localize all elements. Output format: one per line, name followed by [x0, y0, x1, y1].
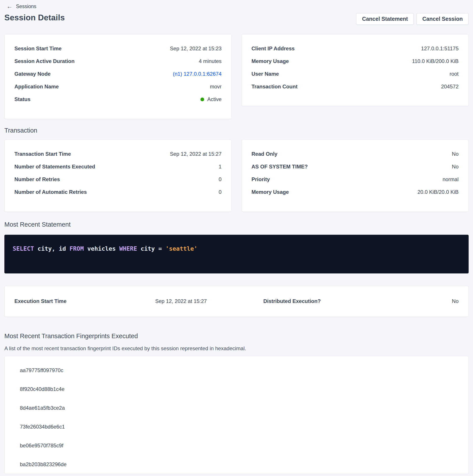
summary-row-retries: Number of Retries 0 [15, 173, 222, 186]
row-value: 0 [219, 189, 221, 195]
back-to-sessions-link[interactable]: ← Sessions [7, 3, 36, 10]
row-label: Memory Usage [252, 58, 289, 64]
execution-start-time-label: Execution Start Time [15, 298, 126, 304]
status-value: Active [207, 96, 221, 102]
row-value: 4 minutes [199, 58, 221, 64]
summary-row-status: Status Active [15, 93, 222, 106]
row-value: 20.0 KiB/20.0 KiB [418, 189, 458, 195]
row-label: Session Start Time [15, 46, 62, 52]
row-value: Sep 12, 2022 at 15:27 [170, 151, 221, 157]
transaction-section: Transaction Start Time Sep 12, 2022 at 1… [4, 139, 469, 212]
summary-row-memory-usage: Memory Usage 110.0 KiB/200.0 KiB [252, 55, 459, 68]
sql-statement-box: SELECT city, id FROM vehicles WHERE city… [4, 235, 469, 273]
status-active-dot-icon [200, 98, 204, 101]
fingerprints-description: A list of the most recent transaction fi… [4, 345, 469, 352]
sql-string-literal: 'seattle' [165, 245, 197, 252]
execution-summary-card: Execution Start Time Sep 12, 2022 at 15:… [4, 286, 469, 317]
cancel-statement-button[interactable]: Cancel Statement [356, 13, 414, 25]
summary-row-session-active-duration: Session Active Duration 4 minutes [15, 55, 222, 68]
sql-keyword: SELECT [13, 245, 34, 252]
session-summary-section: Session Start Time Sep 12, 2022 at 15:23… [4, 34, 469, 119]
breadcrumb-label: Sessions [16, 3, 36, 9]
row-label: Transaction Start Time [15, 151, 71, 157]
summary-row-as-of-system-time: AS OF SYSTEM TIME? No [252, 160, 459, 173]
row-value: 0 [219, 176, 221, 182]
transaction-section-heading: Transaction [4, 127, 469, 134]
summary-row-gateway-node: Gateway Node (n1) 127.0.0.1:62674 [15, 68, 222, 80]
fingerprint-item: 73fe26034bd6e6c1 [15, 417, 458, 436]
summary-row-txn-memory-usage: Memory Usage 20.0 KiB/20.0 KiB [252, 186, 459, 198]
header-actions: Cancel Statement Cancel Session [356, 13, 469, 25]
cancel-session-button[interactable]: Cancel Session [416, 13, 469, 25]
row-label: Status [15, 96, 30, 102]
sql-keyword: FROM [69, 245, 84, 252]
row-label: Number of Automatic Retries [15, 189, 87, 195]
most-recent-statement-heading: Most Recent Statement [4, 221, 469, 228]
status-badge: Active [200, 96, 221, 102]
row-label: Number of Statements Executed [15, 164, 95, 170]
row-value: root [450, 71, 458, 77]
summary-row-application-name: Application Name movr [15, 80, 222, 93]
row-value: movr [210, 84, 221, 90]
row-value: 204572 [441, 84, 458, 90]
session-summary-card-left: Session Start Time Sep 12, 2022 at 15:23… [4, 34, 232, 119]
summary-row-transaction-count: Transaction Count 204572 [252, 80, 459, 93]
distributed-execution-label: Distributed Execution? [236, 298, 347, 304]
fingerprint-item: ba2b203b823296de [15, 455, 458, 474]
row-label: User Name [252, 71, 279, 77]
sql-text: vehicles [84, 245, 119, 252]
row-label: Client IP Address [252, 46, 295, 52]
gateway-node-link[interactable]: (n1) 127.0.0.1:62674 [173, 71, 222, 77]
summary-row-priority: Priority normal [252, 173, 459, 186]
sql-text: city = [137, 245, 165, 252]
row-label: Priority [252, 176, 270, 182]
fingerprint-item: 8d4ae61a5fb3ce2a [15, 399, 458, 417]
row-value: No [452, 151, 458, 157]
summary-row-transaction-start-time: Transaction Start Time Sep 12, 2022 at 1… [15, 148, 222, 160]
fingerprint-item: 8f920c40d88b1c4e [15, 380, 458, 399]
row-label: Number of Retries [15, 176, 60, 182]
sql-keyword: WHERE [119, 245, 137, 252]
fingerprint-item: be06e9570f785c9f [15, 436, 458, 455]
distributed-execution-value: No [347, 298, 458, 304]
page-header: Session Details Cancel Statement Cancel … [4, 13, 469, 25]
row-label: Transaction Count [252, 84, 298, 90]
transaction-card-right: Read Only No AS OF SYSTEM TIME? No Prior… [242, 139, 469, 212]
row-value: 127.0.0.1:51175 [421, 46, 458, 52]
fingerprint-item: aa79775ff097970c [15, 361, 458, 380]
transaction-card-left: Transaction Start Time Sep 12, 2022 at 1… [4, 139, 232, 212]
arrow-left-icon: ← [7, 3, 13, 9]
sql-text: city, id [34, 245, 70, 252]
summary-row-read-only: Read Only No [252, 148, 459, 160]
summary-row-statements-executed: Number of Statements Executed 1 [15, 160, 222, 173]
summary-row-automatic-retries: Number of Automatic Retries 0 [15, 186, 222, 198]
row-value: normal [443, 176, 458, 182]
row-label: Session Active Duration [15, 58, 75, 64]
row-value: Sep 12, 2022 at 15:23 [170, 46, 221, 52]
row-value: No [452, 164, 458, 170]
session-summary-card-right: Client IP Address 127.0.0.1:51175 Memory… [242, 34, 469, 106]
row-label: Application Name [15, 84, 59, 90]
fingerprints-card: aa79775ff097970c 8f920c40d88b1c4e 8d4ae6… [4, 356, 469, 474]
summary-row-session-start-time: Session Start Time Sep 12, 2022 at 15:23 [15, 42, 222, 55]
row-value: 1 [219, 164, 221, 170]
row-label: Gateway Node [15, 71, 50, 77]
page-title: Session Details [4, 13, 65, 22]
summary-row-client-ip: Client IP Address 127.0.0.1:51175 [252, 42, 459, 55]
row-label: Memory Usage [252, 189, 289, 195]
row-value: 110.0 KiB/200.0 KiB [412, 58, 458, 64]
row-label: Read Only [252, 151, 277, 157]
summary-row-user-name: User Name root [252, 68, 459, 80]
execution-start-time-value: Sep 12, 2022 at 15:27 [126, 298, 236, 304]
fingerprints-section-heading: Most Recent Transaction Fingerprints Exe… [4, 333, 469, 340]
row-label: AS OF SYSTEM TIME? [252, 164, 308, 170]
